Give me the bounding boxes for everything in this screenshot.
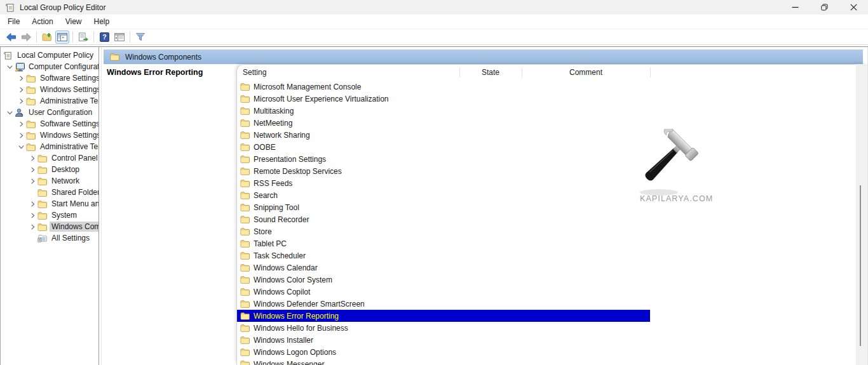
list-item-tablet-pc[interactable]: Tablet PC (237, 237, 867, 249)
list-item-multitasking[interactable]: Multitasking (237, 105, 867, 117)
tree-item-desktop[interactable]: Desktop (1, 164, 98, 175)
list-item-label: Snipping Tool (254, 203, 299, 212)
tree-item-software-settings[interactable]: Software Settings (1, 118, 98, 129)
svg-text:?: ? (102, 33, 106, 41)
chevron-down-icon[interactable] (4, 107, 15, 117)
list-item-microsoft-user-experience-virtualization[interactable]: Microsoft User Experience Virtualization (237, 93, 867, 105)
back-icon[interactable] (4, 30, 18, 44)
menu-file[interactable]: File (2, 15, 25, 28)
chevron-right-icon[interactable] (27, 153, 37, 163)
list-item-label: NetMeeting (254, 119, 292, 128)
chevron-right-icon[interactable] (27, 222, 37, 232)
up-one-level-icon[interactable] (40, 30, 54, 44)
help-icon[interactable]: ? (97, 30, 111, 44)
list-item-windows-hello-for-business[interactable]: Windows Hello for Business (237, 322, 867, 334)
filter-icon[interactable] (133, 30, 147, 44)
chevron-right-icon[interactable] (16, 84, 26, 95)
minimize-button[interactable] (780, 0, 810, 15)
list-item-store[interactable]: Store (237, 225, 867, 237)
tree-item-windows-components[interactable]: Windows Components (1, 221, 98, 232)
column-divider[interactable] (650, 67, 651, 77)
list-item-rss-feeds[interactable]: RSS Feeds (237, 177, 867, 189)
result-pane-header-label: Windows Components (125, 53, 201, 62)
tree-item-label: Windows Components (50, 222, 99, 232)
list-item-windows-copilot[interactable]: Windows Copilot (237, 286, 867, 298)
list-item-microsoft-management-console[interactable]: Microsoft Management Console (237, 81, 867, 93)
list-item-label: Multitasking (254, 107, 294, 116)
folder-icon (240, 348, 250, 356)
forward-icon[interactable] (19, 30, 33, 44)
chevron-down-icon[interactable] (4, 62, 15, 72)
list-item-windows-logon-options[interactable]: Windows Logon Options (237, 346, 867, 358)
list-item-netmeeting[interactable]: NetMeeting (237, 117, 867, 129)
show-console-tree-icon[interactable] (55, 30, 69, 44)
close-button[interactable] (839, 0, 868, 15)
new-window-icon[interactable] (112, 30, 126, 44)
column-divider[interactable] (459, 67, 460, 77)
menu-view[interactable]: View (60, 15, 88, 28)
list-item-sound-recorder[interactable]: Sound Recorder (237, 213, 867, 225)
pane-divider[interactable] (101, 47, 102, 365)
chevron-right-icon[interactable] (16, 96, 26, 106)
tree-item-shared-folders[interactable]: Shared Folders (1, 187, 98, 198)
menu-action[interactable]: Action (26, 15, 58, 28)
tree-item-administrative-templates[interactable]: Administrative Templates (1, 141, 98, 152)
list-item-network-sharing[interactable]: Network Sharing (237, 129, 867, 141)
list-item-windows-installer[interactable]: Windows Installer (237, 334, 867, 346)
folder-icon (240, 288, 250, 296)
list-item-snipping-tool[interactable]: Snipping Tool (237, 201, 867, 213)
folder-icon (240, 263, 250, 272)
vertical-scrollbar[interactable] (856, 64, 867, 365)
restore-button[interactable] (810, 0, 839, 15)
list-item-search[interactable]: Search (237, 189, 867, 201)
list-item-presentation-settings[interactable]: Presentation Settings (237, 153, 867, 165)
tree-item-administrative-templates[interactable]: Administrative Templates (1, 95, 98, 107)
folder-icon (37, 177, 50, 185)
menu-help[interactable]: Help (88, 15, 116, 28)
expander-placeholder (27, 187, 37, 197)
chevron-right-icon[interactable] (27, 176, 37, 186)
folder-icon (240, 107, 250, 115)
column-header-comment[interactable]: Comment (522, 68, 650, 77)
chevron-right-icon[interactable] (16, 130, 26, 140)
list-item-windows-error-reporting[interactable]: Windows Error Reporting (237, 310, 650, 322)
chevron-right-icon[interactable] (27, 199, 37, 209)
tree-item-local-computer-policy[interactable]: Local Computer Policy (1, 50, 98, 61)
tree-item-start-menu-and-taskbar[interactable]: Start Menu and Taskbar (1, 198, 98, 209)
tree-item-control-panel[interactable]: Control Panel (1, 152, 98, 164)
tree-item-windows-settings[interactable]: Windows Settings (1, 84, 98, 95)
chevron-right-icon[interactable] (27, 164, 37, 175)
list-item-remote-desktop-services[interactable]: Remote Desktop Services (237, 165, 867, 177)
tree-item-user-configuration[interactable]: User Configuration (1, 107, 98, 118)
tree-item-computer-configuration[interactable]: Computer Configuration (1, 61, 98, 72)
folder-icon (26, 143, 38, 151)
tree-item-windows-settings[interactable]: Windows Settings (1, 129, 98, 141)
folder-icon (37, 166, 50, 174)
list-item-oobe[interactable]: OOBE (237, 141, 867, 153)
list-item-windows-calendar[interactable]: Windows Calendar (237, 262, 867, 274)
tree-item-all-settings[interactable]: All Settings (1, 232, 98, 244)
list-item-label: Store (254, 227, 272, 236)
list-item-label: Network Sharing (254, 131, 310, 140)
chevron-down-icon[interactable] (16, 142, 26, 152)
list-item-windows-defender-smartscreen[interactable]: Windows Defender SmartScreen (237, 298, 867, 310)
column-header-setting[interactable]: Setting (243, 68, 266, 77)
scrollbar-thumb[interactable] (860, 185, 861, 346)
chevron-right-icon[interactable] (16, 73, 26, 83)
list-item-label: Remote Desktop Services (254, 167, 342, 176)
folder-icon (240, 143, 250, 151)
chevron-right-icon[interactable] (16, 119, 26, 129)
list-item-windows-messenger[interactable]: Windows Messenger (237, 358, 867, 365)
column-divider[interactable] (522, 67, 522, 77)
list-item-windows-color-system[interactable]: Windows Color System (237, 274, 867, 286)
tree-item-network[interactable]: Network (1, 175, 98, 187)
selected-setting-title: Windows Error Reporting (107, 68, 203, 77)
tree-item-software-settings[interactable]: Software Settings (1, 72, 98, 84)
folder-icon (240, 155, 250, 163)
folder-icon (26, 131, 38, 140)
export-list-icon[interactable] (76, 30, 90, 44)
list-item-task-scheduler[interactable]: Task Scheduler (237, 249, 867, 262)
column-header-state[interactable]: State (459, 68, 522, 77)
tree-item-system[interactable]: System (1, 209, 98, 221)
chevron-right-icon[interactable] (27, 210, 37, 220)
